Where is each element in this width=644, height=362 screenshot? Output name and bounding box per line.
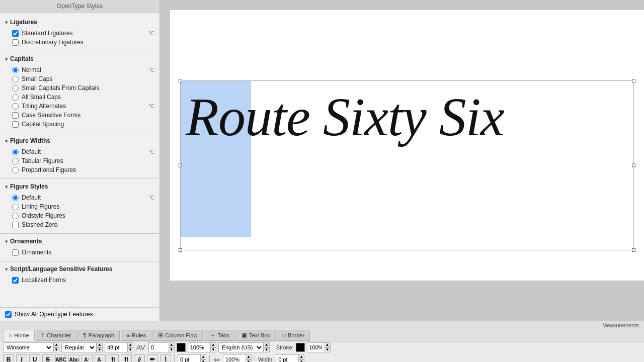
stroke-stepper-down[interactable]: ▼ bbox=[325, 347, 331, 352]
font-stepper-up[interactable]: ▲ bbox=[53, 342, 59, 347]
tracking-input[interactable] bbox=[148, 342, 169, 352]
fill-color-swatch[interactable] bbox=[177, 343, 186, 352]
style-select[interactable]: Regular bbox=[61, 342, 97, 352]
tab-tabs[interactable]: → Tabs bbox=[204, 330, 234, 341]
option-all-small-caps: All Small Caps bbox=[0, 93, 159, 102]
arrow-script-language: ▾ bbox=[5, 266, 8, 272]
tracking-stepper-up[interactable]: ▲ bbox=[169, 342, 175, 347]
label-small-caps-from-caps: Small Capitals From Capitals bbox=[22, 84, 154, 92]
italic-button[interactable]: I bbox=[16, 354, 27, 362]
radio-figwidth-default[interactable] bbox=[12, 149, 19, 155]
size-stepper-down[interactable]: ▼ bbox=[127, 347, 133, 352]
checkbox-ornaments[interactable] bbox=[12, 249, 19, 256]
stroke-stepper-up[interactable]: ▲ bbox=[325, 342, 331, 347]
underline-button[interactable]: U bbox=[29, 354, 40, 362]
scale-icon: ⇔ bbox=[214, 355, 220, 362]
section-script-language[interactable]: ▾ Script/Language Sensitive Features bbox=[0, 263, 159, 275]
radio-titling-alternates[interactable] bbox=[12, 103, 19, 110]
tab-column-flow[interactable]: ⊞ Column Flow bbox=[152, 330, 203, 341]
option-capital-spacing: Capital Spacing bbox=[0, 120, 159, 129]
baseline-stepper-down[interactable]: ▼ bbox=[200, 359, 206, 362]
radio-small-caps-from-caps[interactable] bbox=[12, 85, 19, 92]
checkbox-localized-forms[interactable] bbox=[12, 277, 19, 284]
radio-proportional-figures[interactable] bbox=[12, 167, 19, 173]
radio-normal[interactable] bbox=[12, 67, 19, 73]
section-ornaments[interactable]: ▾ Ornaments bbox=[0, 236, 159, 247]
option-small-caps: Small Caps bbox=[0, 74, 159, 83]
opacity-stepper-down[interactable]: ▼ bbox=[210, 347, 216, 352]
width-stepper-up[interactable]: ▲ bbox=[298, 354, 304, 359]
handle-mr[interactable] bbox=[632, 164, 635, 167]
tab-character[interactable]: T Character bbox=[36, 330, 77, 341]
paint-button[interactable]: ✏ bbox=[147, 354, 158, 362]
opacity-input[interactable] bbox=[188, 342, 210, 352]
option-lining-figures: Lining Figures bbox=[0, 202, 159, 211]
style-stepper-up[interactable]: ▲ bbox=[97, 342, 103, 347]
radio-all-small-caps[interactable] bbox=[12, 94, 19, 101]
discretionary-lig-button[interactable]: ﬂ bbox=[121, 354, 132, 362]
tracking-stepper: ▲ ▼ bbox=[169, 342, 175, 352]
slant-button[interactable]: ∂ bbox=[134, 354, 145, 362]
tab-border[interactable]: □ Border bbox=[277, 330, 310, 341]
strikethrough-button[interactable]: S bbox=[42, 354, 53, 362]
baseline-stepper-up[interactable]: ▲ bbox=[200, 354, 206, 359]
scale-input[interactable] bbox=[223, 354, 246, 362]
style-stepper-down[interactable]: ▼ bbox=[97, 347, 103, 352]
option-titling-alternates: Titling Alternates ℃ bbox=[0, 102, 159, 111]
stroke-color-swatch[interactable] bbox=[296, 343, 305, 352]
section-ligatures[interactable]: ▾ Ligatures bbox=[0, 17, 159, 28]
tab-paragraph[interactable]: ¶ Paragraph bbox=[77, 330, 120, 341]
language-stepper-down[interactable]: ▼ bbox=[264, 347, 270, 352]
tab-text-box[interactable]: ▣ Text Box bbox=[236, 330, 276, 341]
baseline-input[interactable] bbox=[178, 354, 200, 362]
radio-oldstyle-figures[interactable] bbox=[12, 213, 19, 219]
scale-stepper-down[interactable]: ▼ bbox=[246, 359, 252, 362]
checkbox-case-sensitive-forms[interactable] bbox=[12, 112, 19, 119]
tab-rules[interactable]: ≡ Rules bbox=[121, 330, 151, 341]
scale-stepper: ▲ ▼ bbox=[246, 354, 252, 362]
width-stepper-down[interactable]: ▼ bbox=[298, 359, 304, 362]
subscript-button[interactable]: A↓ bbox=[95, 354, 106, 362]
label-normal: Normal bbox=[22, 66, 145, 73]
font-select[interactable]: Winsome bbox=[3, 342, 53, 352]
section-figure-styles[interactable]: ▾ Figure Styles bbox=[0, 181, 159, 192]
checkbox-slashed-zero[interactable] bbox=[12, 222, 19, 228]
label-figwidth-default: Default bbox=[22, 148, 145, 155]
width-input[interactable] bbox=[276, 354, 298, 362]
language-select[interactable]: English (US) bbox=[218, 342, 264, 352]
tab-home[interactable]: ⌂ Home bbox=[3, 330, 35, 341]
section-figure-widths[interactable]: ▾ Figure Widths bbox=[0, 135, 159, 146]
allcaps-button[interactable]: ABC bbox=[55, 354, 66, 362]
smallcaps-button[interactable]: Abc bbox=[68, 354, 79, 362]
font-stepper-down[interactable]: ▼ bbox=[53, 347, 59, 352]
baseline-shift-icon[interactable]: ⌇ bbox=[160, 354, 171, 362]
checkbox-capital-spacing[interactable] bbox=[12, 121, 19, 128]
radio-tabular-figures[interactable] bbox=[12, 158, 19, 164]
bold-button[interactable]: B bbox=[3, 354, 14, 362]
superscript-button[interactable]: A↑ bbox=[82, 354, 93, 362]
radio-small-caps[interactable] bbox=[12, 76, 19, 82]
radio-lining-figures[interactable] bbox=[12, 204, 19, 210]
size-input[interactable] bbox=[105, 342, 127, 352]
checkbox-standard-ligatures[interactable] bbox=[12, 30, 19, 37]
font-select-stepper: Winsome ▲ ▼ bbox=[3, 342, 59, 352]
opacity-stepper-up[interactable]: ▲ bbox=[210, 342, 216, 347]
ligature-button[interactable]: ﬁ bbox=[108, 354, 119, 362]
checkbox-show-all[interactable] bbox=[5, 311, 12, 318]
scale-stepper-up[interactable]: ▲ bbox=[246, 354, 252, 359]
size-stepper-up[interactable]: ▲ bbox=[127, 342, 133, 347]
text-frame[interactable]: Route Sixty Six bbox=[180, 80, 634, 250]
handle-br[interactable] bbox=[632, 248, 635, 252]
tracking-stepper-down[interactable]: ▼ bbox=[169, 347, 175, 352]
ornaments-content: Ornaments bbox=[0, 247, 159, 259]
handle-tr[interactable] bbox=[632, 79, 635, 82]
stroke-input[interactable] bbox=[307, 342, 325, 352]
section-capitals[interactable]: ▾ Capitals bbox=[0, 53, 159, 64]
arrow-figure-widths: ▾ bbox=[5, 138, 8, 144]
radio-figstyle-default[interactable] bbox=[12, 195, 19, 201]
checkbox-discretionary-ligatures[interactable] bbox=[12, 39, 19, 46]
label-case-sensitive-forms: Case Sensitive Forms bbox=[22, 112, 154, 119]
width-input-stepper: ▲ ▼ bbox=[276, 354, 304, 362]
handle-bl[interactable] bbox=[179, 248, 182, 252]
language-stepper-up[interactable]: ▲ bbox=[264, 342, 270, 347]
